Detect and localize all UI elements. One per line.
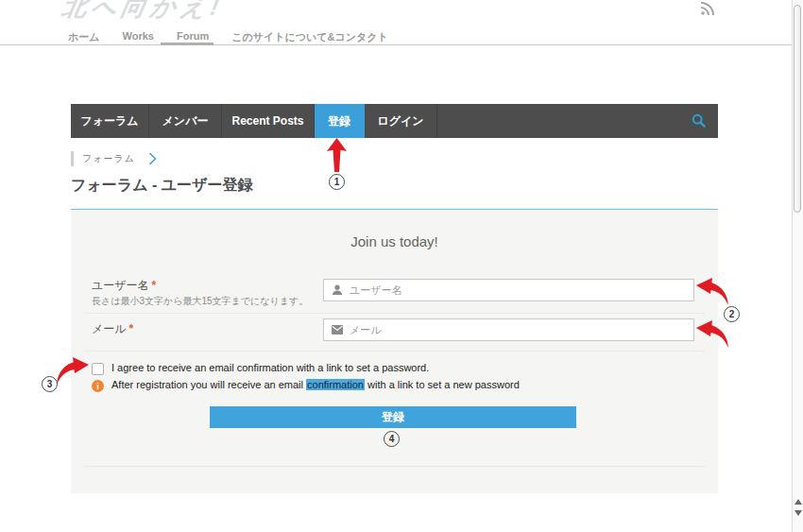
site-nav: ホーム Works Forum このサイトについて&コンタクト xyxy=(68,30,388,44)
nav-item-about-contact[interactable]: このサイトについて&コンタクト xyxy=(231,30,388,44)
breadcrumb-bar xyxy=(71,151,74,166)
search-icon[interactable] xyxy=(692,113,707,129)
info-icon: i xyxy=(92,380,104,392)
required-asterisk: * xyxy=(129,322,134,335)
registration-page: 北へ向かえ! ホーム Works Forum このサイトについて&コンタクト フ… xyxy=(0,0,803,532)
agree-checkbox-label: I agree to receive an email confirmation… xyxy=(111,362,429,373)
forum-tab-login[interactable]: ログイン xyxy=(365,104,437,138)
forum-tab-forum[interactable]: フォーラム xyxy=(71,104,149,138)
username-hint: 長さは最小3文字から最大15文字までになります。 xyxy=(92,295,308,308)
registration-form-panel: Join us today! ユーザー名* 長さは最小3文字から最大15文字まで… xyxy=(71,210,718,493)
info-note: After registration you will receive an e… xyxy=(111,379,520,390)
annotation-number-4: 4 xyxy=(384,431,400,447)
annotation-arrow-curved-3 xyxy=(55,357,89,386)
envelope-icon xyxy=(332,325,343,335)
forum-tab-recent-posts[interactable]: Recent Posts xyxy=(222,104,315,138)
email-input-wrap xyxy=(323,318,694,341)
form-heading: Join us today! xyxy=(71,233,718,249)
page-title: フォーラム - ユーザー登録 xyxy=(71,176,252,196)
nav-item-home[interactable]: ホーム xyxy=(68,30,100,44)
annotation-arrow-curved-2b xyxy=(696,320,730,349)
row-divider xyxy=(84,351,705,352)
agree-checkbox[interactable] xyxy=(92,363,104,375)
username-input-wrap xyxy=(323,279,694,301)
email-label: メール* xyxy=(92,321,133,337)
user-icon xyxy=(332,284,343,296)
panel-bottom-divider xyxy=(84,466,705,467)
site-logo[interactable]: 北へ向かえ! xyxy=(60,0,227,24)
username-input[interactable] xyxy=(350,284,686,296)
scrollbar-down-arrow[interactable] xyxy=(794,510,802,516)
annotation-arrow-curved-2a xyxy=(696,278,730,306)
register-submit-button[interactable]: 登録 xyxy=(210,406,576,428)
username-label: ユーザー名* xyxy=(92,278,156,294)
email-input[interactable] xyxy=(350,324,686,335)
forum-tab-members[interactable]: メンバー xyxy=(149,104,222,138)
row-divider xyxy=(84,313,705,314)
nav-item-works[interactable]: Works xyxy=(123,30,154,44)
nav-forum-active-underline xyxy=(161,43,214,45)
breadcrumb-forum-link[interactable]: フォーラム xyxy=(82,152,135,165)
required-asterisk: * xyxy=(152,279,157,292)
forum-tab-register[interactable]: 登録 xyxy=(315,104,365,138)
highlighted-word: confirmation xyxy=(306,379,365,390)
scrollbar-thumb[interactable] xyxy=(794,5,801,213)
scrollbar-up-arrow[interactable] xyxy=(794,499,802,505)
rss-icon[interactable] xyxy=(700,1,715,16)
breadcrumb: フォーラム xyxy=(71,150,157,167)
chevron-right-icon xyxy=(148,152,157,165)
annotation-number-1: 1 xyxy=(329,174,345,190)
annotation-arrow-up-1 xyxy=(327,138,347,172)
header-divider xyxy=(0,44,792,45)
forum-navbar: フォーラム メンバー Recent Posts 登録 ログイン xyxy=(71,104,718,138)
annotation-number-3: 3 xyxy=(42,376,58,392)
